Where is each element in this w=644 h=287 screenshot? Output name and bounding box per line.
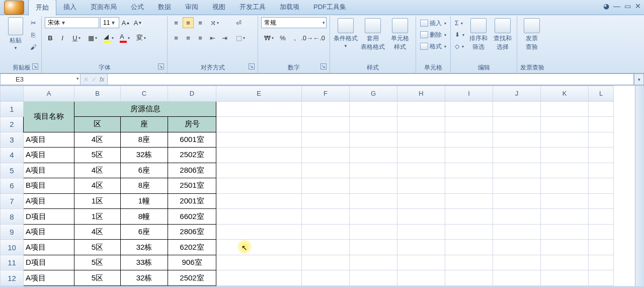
format-as-table-button[interactable]: 套用 表格格式 — [360, 17, 385, 53]
cell[interactable] — [397, 117, 445, 132]
data-cell[interactable]: 5区 — [74, 270, 121, 286]
fx-icon[interactable]: fx — [100, 76, 104, 83]
find-select-button[interactable]: 查找和 选择 — [492, 17, 514, 53]
data-cell[interactable]: 2806室 — [168, 224, 216, 240]
format-cells-button[interactable]: 格式▾ — [419, 41, 447, 51]
cell[interactable] — [216, 132, 302, 148]
cell[interactable] — [302, 101, 350, 117]
cell[interactable] — [350, 224, 397, 240]
cell[interactable] — [445, 117, 493, 132]
invoice-check-button[interactable]: 发票 查验 — [520, 17, 543, 53]
data-cell[interactable]: A项目 — [24, 270, 74, 286]
cell[interactable] — [350, 270, 397, 286]
align-center-button[interactable]: ≡ — [183, 32, 194, 43]
expand-formula-bar[interactable]: ▾ — [634, 74, 644, 85]
phonetic-button[interactable]: 変▾ — [133, 32, 148, 43]
cell[interactable] — [493, 148, 541, 163]
cell[interactable] — [350, 163, 397, 178]
decrease-indent-button[interactable]: ⇤ — [207, 32, 218, 43]
cell[interactable] — [350, 209, 397, 225]
data-cell[interactable]: 2001室 — [168, 193, 216, 209]
alignment-launcher[interactable]: ↘ — [249, 63, 255, 69]
data-cell[interactable]: A项目 — [24, 163, 74, 178]
col-header-I[interactable]: I — [445, 86, 493, 102]
close-icon[interactable]: ✕ — [635, 2, 641, 10]
increase-font-button[interactable]: A▲ — [120, 17, 131, 28]
tab-页面布局[interactable]: 页面布局 — [84, 0, 124, 15]
align-top-button[interactable]: ≡ — [171, 17, 182, 28]
cell[interactable] — [350, 255, 397, 270]
data-cell[interactable]: 5区 — [74, 240, 121, 255]
tab-开始[interactable]: 开始 — [28, 0, 56, 16]
cell[interactable] — [216, 240, 302, 255]
cell[interactable] — [397, 209, 445, 225]
data-cell[interactable]: 32栋 — [121, 148, 168, 163]
cell[interactable] — [541, 101, 589, 117]
data-cell[interactable]: A项目 — [24, 148, 74, 163]
cell[interactable] — [216, 255, 302, 270]
cell[interactable] — [589, 132, 614, 148]
data-cell[interactable]: 6202室 — [168, 240, 216, 255]
percent-button[interactable]: % — [277, 32, 288, 43]
row-header[interactable]: 1 — [1, 101, 24, 117]
cell[interactable] — [216, 117, 302, 132]
cell[interactable] — [589, 148, 614, 163]
cell[interactable] — [350, 240, 397, 255]
cell[interactable] — [589, 101, 614, 117]
col-header-D[interactable]: D — [168, 86, 216, 102]
data-cell[interactable]: 33栋 — [121, 255, 168, 270]
cell[interactable] — [541, 240, 589, 255]
cell[interactable] — [397, 178, 445, 194]
data-cell[interactable]: 906室 — [168, 255, 216, 270]
cell[interactable] — [445, 209, 493, 225]
data-cell[interactable]: 8座 — [121, 132, 168, 148]
data-cell[interactable]: A项目 — [24, 193, 74, 209]
tab-PDF工具集[interactable]: PDF工具集 — [306, 0, 353, 15]
data-cell[interactable]: 6座 — [121, 224, 168, 240]
cell[interactable] — [541, 132, 589, 148]
sort-filter-button[interactable]: 排序和 筛选 — [467, 17, 490, 53]
cell[interactable] — [397, 132, 445, 148]
minimize-icon[interactable]: — — [613, 2, 620, 10]
cell[interactable] — [216, 148, 302, 163]
cancel-formula-icon[interactable]: ✕ — [84, 76, 89, 83]
accept-formula-icon[interactable]: ✓ — [92, 76, 97, 83]
cell-styles-button[interactable]: 单元格 样式 — [387, 17, 413, 53]
col-header-K[interactable]: K — [541, 86, 589, 102]
cell[interactable] — [302, 209, 350, 225]
cell[interactable] — [493, 270, 541, 286]
cell[interactable] — [302, 240, 350, 255]
format-painter-button[interactable]: 🖌 — [28, 42, 38, 51]
cell[interactable] — [445, 255, 493, 270]
data-cell[interactable]: 2806室 — [168, 163, 216, 178]
font-color-button[interactable]: A▾ — [117, 32, 132, 43]
row-header[interactable]: 11 — [1, 255, 24, 270]
data-cell[interactable]: 32栋 — [121, 270, 168, 286]
cell[interactable] — [216, 101, 302, 117]
font-launcher[interactable]: ↘ — [158, 63, 164, 69]
col-header-H[interactable]: H — [397, 86, 445, 102]
cell[interactable] — [397, 224, 445, 240]
cell[interactable] — [541, 255, 589, 270]
cell[interactable] — [541, 224, 589, 240]
col-header-A[interactable]: A — [24, 86, 74, 102]
conditional-formatting-button[interactable]: 条件格式▼ — [333, 17, 358, 53]
cell[interactable] — [445, 224, 493, 240]
row-header[interactable]: 12 — [1, 270, 24, 286]
data-cell[interactable]: 4区 — [74, 163, 121, 178]
cell[interactable] — [350, 178, 397, 194]
underline-button[interactable]: U▾ — [69, 32, 84, 43]
cell[interactable] — [302, 148, 350, 163]
restore-icon[interactable]: ▭ — [624, 2, 631, 10]
italic-button[interactable]: I — [57, 32, 68, 43]
data-cell[interactable]: 2502室 — [168, 270, 216, 286]
cell[interactable] — [350, 148, 397, 163]
data-cell[interactable]: D项目 — [24, 209, 74, 225]
cell[interactable] — [302, 270, 350, 286]
col-header-F[interactable]: F — [302, 86, 350, 102]
col-header-G[interactable]: G — [350, 86, 397, 102]
data-cell[interactable]: 8幢 — [121, 209, 168, 225]
cell[interactable] — [445, 132, 493, 148]
comma-button[interactable]: , — [289, 32, 300, 43]
cell[interactable] — [541, 209, 589, 225]
